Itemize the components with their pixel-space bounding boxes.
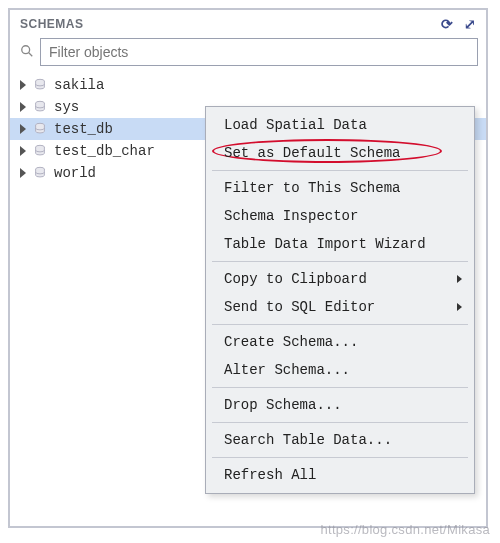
panel-title: SCHEMAS xyxy=(20,17,441,31)
menu-item-label: Filter to This Schema xyxy=(224,180,400,196)
menu-item-label: Alter Schema... xyxy=(224,362,350,378)
schemas-panel: SCHEMAS ⟳ ⤢ sakilasystest_dbtest_db_char… xyxy=(8,8,488,528)
menu-separator xyxy=(212,261,468,262)
menu-item-label: Load Spatial Data xyxy=(224,117,367,133)
menu-item-drop-schema[interactable]: Drop Schema... xyxy=(208,391,472,419)
menu-item-label: Refresh All xyxy=(224,467,316,483)
menu-item-copy-to-clipboard[interactable]: Copy to Clipboard xyxy=(208,265,472,293)
expand-icon[interactable]: ⤢ xyxy=(464,16,477,32)
menu-item-set-as-default-schema[interactable]: Set as Default Schema xyxy=(208,139,472,167)
menu-separator xyxy=(212,457,468,458)
menu-item-search-table-data[interactable]: Search Table Data... xyxy=(208,426,472,454)
svg-point-0 xyxy=(22,45,30,53)
expand-arrow-icon[interactable] xyxy=(20,146,26,156)
menu-item-label: Search Table Data... xyxy=(224,432,392,448)
svg-line-1 xyxy=(29,52,33,56)
menu-item-alter-schema[interactable]: Alter Schema... xyxy=(208,356,472,384)
expand-arrow-icon[interactable] xyxy=(20,102,26,112)
expand-arrow-icon[interactable] xyxy=(20,80,26,90)
panel-header: SCHEMAS ⟳ ⤢ xyxy=(10,10,486,36)
submenu-arrow-icon xyxy=(457,303,462,311)
menu-item-label: Create Schema... xyxy=(224,334,358,350)
menu-item-label: Copy to Clipboard xyxy=(224,271,367,287)
menu-item-schema-inspector[interactable]: Schema Inspector xyxy=(208,202,472,230)
database-icon xyxy=(33,144,47,158)
schema-item-sakila[interactable]: sakila xyxy=(10,74,486,96)
expand-arrow-icon[interactable] xyxy=(20,168,26,178)
menu-item-create-schema[interactable]: Create Schema... xyxy=(208,328,472,356)
menu-item-label: Set as Default Schema xyxy=(224,145,400,161)
filter-input[interactable] xyxy=(40,38,478,66)
database-icon xyxy=(33,100,47,114)
expand-arrow-icon[interactable] xyxy=(20,124,26,134)
schema-label: test_db xyxy=(54,121,113,137)
schema-label: sakila xyxy=(54,77,104,93)
menu-separator xyxy=(212,170,468,171)
menu-item-table-data-import-wizard[interactable]: Table Data Import Wizard xyxy=(208,230,472,258)
menu-item-label: Schema Inspector xyxy=(224,208,358,224)
database-icon xyxy=(33,78,47,92)
menu-item-refresh-all[interactable]: Refresh All xyxy=(208,461,472,489)
menu-item-label: Drop Schema... xyxy=(224,397,342,413)
submenu-arrow-icon xyxy=(457,275,462,283)
schema-label: test_db_char xyxy=(54,143,155,159)
menu-separator xyxy=(212,387,468,388)
menu-separator xyxy=(212,422,468,423)
database-icon xyxy=(33,122,47,136)
search-row xyxy=(10,36,486,72)
database-icon xyxy=(33,166,47,180)
menu-item-send-to-sql-editor[interactable]: Send to SQL Editor xyxy=(208,293,472,321)
header-icons: ⟳ ⤢ xyxy=(441,16,476,32)
menu-item-load-spatial-data[interactable]: Load Spatial Data xyxy=(208,111,472,139)
refresh-icon[interactable]: ⟳ xyxy=(441,16,454,32)
schema-label: sys xyxy=(54,99,79,115)
context-menu: Load Spatial DataSet as Default SchemaFi… xyxy=(205,106,475,494)
menu-separator xyxy=(212,324,468,325)
schema-label: world xyxy=(54,165,96,181)
menu-item-filter-to-this-schema[interactable]: Filter to This Schema xyxy=(208,174,472,202)
menu-item-label: Table Data Import Wizard xyxy=(224,236,426,252)
search-icon xyxy=(18,44,36,61)
menu-item-label: Send to SQL Editor xyxy=(224,299,375,315)
watermark-text: https://blog.csdn.net/Mikasa xyxy=(320,522,490,537)
